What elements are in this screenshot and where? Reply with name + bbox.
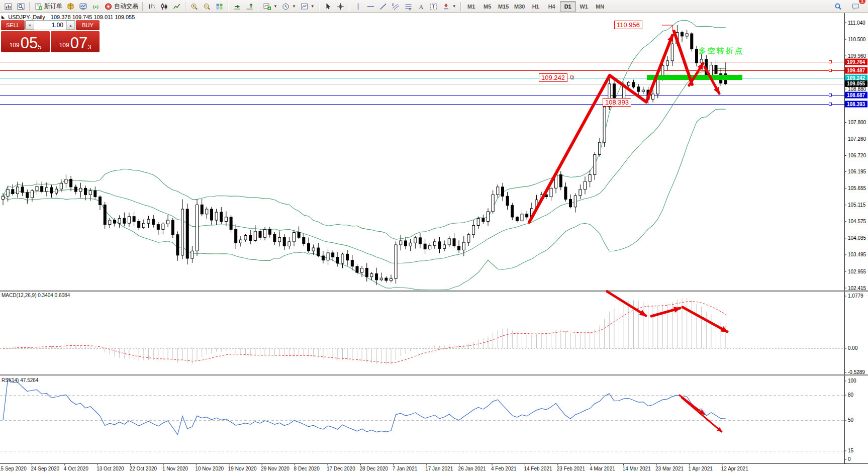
timeframe-m30-button[interactable]: M30: [512, 1, 528, 12]
notification-badge: 1: [859, 0, 865, 4]
line-handle[interactable]: [829, 69, 832, 72]
channel-icon: E: [392, 3, 400, 11]
zoom-in-icon[interactable]: [188, 1, 201, 13]
breakdown-price-callout[interactable]: 108.393: [603, 98, 631, 107]
timeframe-m5-button[interactable]: M5: [479, 1, 496, 12]
new-order-button-label: 新订单: [44, 2, 62, 11]
svg-text:108.880: 108.880: [848, 86, 866, 92]
buy-button[interactable]: BUY: [76, 20, 100, 30]
support-callout-handle[interactable]: [570, 76, 573, 78]
timeframe-mn-button[interactable]: MN: [592, 1, 608, 12]
collapse-marker-icon[interactable]: ◣: [2, 15, 5, 19]
toolbar-separator: [228, 2, 229, 11]
autotrading-button-label: 自动交易: [114, 2, 138, 11]
periods-button: [281, 3, 290, 11]
zoom-window-icon[interactable]: [15, 1, 27, 13]
line-handle[interactable]: [829, 94, 832, 97]
svg-text:1.0779: 1.0779: [848, 293, 863, 299]
toolbar-separator: [29, 2, 30, 11]
svg-text:110.500: 110.500: [848, 37, 866, 42]
arrows-button[interactable]: ▼: [440, 1, 458, 13]
ohlc-readout: 109.378 109.745 109.011 109.055: [51, 14, 135, 20]
fibonacci-icon[interactable]: F: [402, 1, 415, 13]
indicators-button[interactable]: ▼: [261, 1, 279, 13]
support-price-callout[interactable]: 109.242: [539, 73, 567, 82]
timeframe-h4-button[interactable]: H4: [544, 1, 560, 12]
line-chart-icon[interactable]: [170, 1, 183, 13]
label-icon[interactable]: T: [427, 1, 440, 13]
charts-list-icon: [4, 3, 13, 11]
signals-icon[interactable]: [89, 1, 102, 13]
timeframe-h1-button[interactable]: H1: [528, 1, 544, 12]
volume-down-button[interactable]: ▼: [26, 21, 34, 30]
chart-shift-icon[interactable]: [243, 1, 256, 13]
svg-text:106.720: 106.720: [848, 153, 866, 158]
data-window-icon[interactable]: [77, 1, 89, 13]
line-handle[interactable]: [829, 61, 832, 63]
ask-price-button[interactable]: 109073: [51, 31, 100, 52]
periods-button[interactable]: ▼: [279, 1, 298, 13]
date-label: 17 Jan 2021: [425, 466, 453, 471]
svg-text:109.055: 109.055: [847, 81, 865, 86]
turning-point-text[interactable]: 多空转折点: [699, 46, 744, 56]
timeframe-m1-button[interactable]: M1: [463, 1, 479, 12]
autotrading-button: [104, 3, 113, 11]
cursor-icon[interactable]: [322, 1, 334, 13]
svg-text:-0.5289: -0.5289: [848, 369, 865, 375]
svg-text:107.800: 107.800: [848, 120, 866, 125]
cursor-icon: [324, 3, 332, 11]
candlesticks: [2, 25, 727, 285]
bar-chart-icon[interactable]: [145, 1, 158, 13]
bar-chart-icon: [147, 3, 156, 11]
zoom-window-icon: [17, 3, 25, 11]
volume-up-button[interactable]: ▲: [66, 21, 75, 30]
channel-icon[interactable]: E: [390, 1, 402, 13]
bid-sup: 5: [38, 43, 41, 51]
rsi-trend-arrows[interactable]: [680, 395, 722, 432]
date-label: 26 Jan 2021: [458, 466, 486, 471]
svg-text:105.655: 105.655: [848, 185, 866, 191]
text-icon[interactable]: A: [415, 1, 427, 13]
auto-scroll-icon[interactable]: [231, 1, 243, 13]
rsi-line: [3, 379, 726, 435]
trendline-icon[interactable]: [377, 1, 390, 13]
candlestick-icon[interactable]: [158, 1, 170, 13]
volume-input[interactable]: 1.00: [34, 21, 66, 30]
timeframe-m15-button[interactable]: M15: [496, 1, 512, 12]
horizontal-line-icon[interactable]: [364, 1, 377, 13]
chevron-down-icon[interactable]: ▼: [452, 4, 456, 9]
date-label: 22 Oct 2020: [130, 466, 157, 471]
vertical-line-icon[interactable]: [352, 1, 364, 13]
search-icon[interactable]: [832, 1, 844, 13]
crosshair-icon[interactable]: [334, 1, 347, 13]
svg-text:107.260: 107.260: [848, 136, 866, 142]
chevron-down-icon[interactable]: ▼: [273, 4, 277, 9]
svg-text:50: 50: [848, 417, 854, 423]
chat-icon[interactable]: 1: [849, 1, 862, 13]
autotrading-button[interactable]: 自动交易: [102, 1, 140, 13]
macd-pane: 1.07790.00-0.5289: [0, 293, 865, 375]
new-order-button[interactable]: 新订单: [32, 1, 64, 13]
main-toolbar: 新订单自动交易▼▼▼EFAT▼M1M5M15M30H1H4D1W1MN1: [0, 0, 868, 13]
zoom-out-icon[interactable]: [201, 1, 213, 13]
zoom-in-icon: [190, 3, 199, 11]
line-handle[interactable]: [829, 103, 832, 106]
chevron-down-icon[interactable]: ▼: [311, 4, 315, 9]
timeframe-w1-button[interactable]: W1: [576, 1, 592, 12]
svg-text:108.393: 108.393: [847, 102, 865, 107]
candlestick-icon: [160, 3, 168, 11]
trend-zigzag-arrows[interactable]: [529, 31, 719, 222]
bid-prefix: 109: [10, 42, 20, 49]
chevron-down-icon[interactable]: ▼: [292, 4, 296, 9]
charts-list-icon[interactable]: [2, 1, 15, 13]
symbol-period-label: USDJPY-,Daily: [8, 14, 45, 20]
chart-canvas[interactable]: 111.040110.500109.960108.880107.800107.2…: [0, 0, 868, 473]
market-watch-icon[interactable]: [64, 1, 77, 13]
bid-price-button[interactable]: 109055: [1, 31, 50, 52]
svg-text:108.687: 108.687: [847, 92, 865, 98]
timeframe-d1-button[interactable]: D1: [560, 1, 576, 12]
peak-price-callout[interactable]: 110.956: [614, 21, 642, 29]
sell-button[interactable]: SELL: [1, 20, 25, 30]
tile-windows-icon[interactable]: [213, 1, 226, 13]
templates-button[interactable]: ▼: [298, 1, 317, 13]
